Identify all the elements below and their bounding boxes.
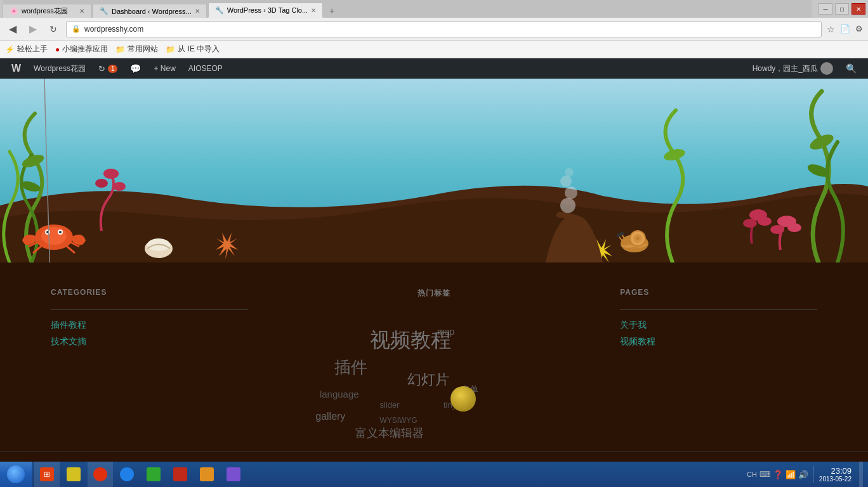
taskbar-item-6[interactable] bbox=[168, 462, 193, 487]
svg-point-34 bbox=[565, 186, 577, 199]
svg-point-39 bbox=[787, 223, 801, 232]
svg-point-15 bbox=[59, 231, 62, 233]
svg-point-35 bbox=[560, 176, 572, 187]
tag-2[interactable]: 插件 bbox=[334, 356, 367, 379]
tab-1[interactable]: 🌸 wordpress花园 ✕ bbox=[3, 4, 91, 18]
tag-6[interactable]: slider bbox=[380, 399, 400, 409]
taskbar-right: CH ⌨ ❓ 📶 🔊 23:09 2013-05-22 bbox=[747, 462, 868, 487]
star-button[interactable]: ☆ bbox=[827, 24, 835, 34]
taskbar-icon-8 bbox=[227, 467, 240, 481]
settings-button[interactable]: ⚙ bbox=[855, 24, 863, 34]
address-text: wordpresshy.com bbox=[84, 25, 143, 34]
bookmark-ie-label: 从 IE 中导入 bbox=[178, 44, 220, 55]
comments-item[interactable]: 💬 bbox=[124, 58, 147, 79]
taskbar-icon-3 bbox=[93, 467, 107, 481]
svg-point-36 bbox=[565, 168, 574, 177]
howdy-item[interactable]: Howdy，园主_西瓜 bbox=[746, 58, 839, 79]
page-link-2[interactable]: 视频教程 bbox=[620, 336, 817, 347]
wp-logo-icon: W bbox=[11, 63, 21, 74]
updates-item[interactable]: ↻ 1 bbox=[92, 58, 124, 79]
page-link-1[interactable]: 关于我 bbox=[620, 320, 817, 331]
tab-3[interactable]: 🔧 WordPress › 3D Tag Clo... ✕ bbox=[208, 3, 323, 18]
footer-area: CATEGORIES 插件教程 技术文摘 热门标签 map视频教程插件langu… bbox=[0, 263, 868, 487]
taskbar-item-8[interactable] bbox=[221, 462, 246, 487]
taskbar-item-2[interactable] bbox=[61, 462, 86, 487]
scene-svg bbox=[0, 79, 868, 263]
wp-logo-item[interactable]: W bbox=[5, 58, 27, 79]
site-name-item[interactable]: Wordpress花园 bbox=[27, 58, 92, 79]
bookmark-easy-icon: ⚡ bbox=[5, 45, 15, 54]
bookmark-easy[interactable]: ⚡ 轻松上手 bbox=[5, 44, 48, 55]
bookmark-ie-icon: 📁 bbox=[166, 45, 175, 54]
clock: 23:09 2013-05-22 bbox=[813, 466, 852, 483]
taskbar-icon-4 bbox=[120, 467, 134, 481]
sys-tray: CH ⌨ ❓ 📶 🔊 bbox=[747, 470, 808, 479]
start-orb bbox=[7, 465, 25, 483]
taskbar-item-7[interactable] bbox=[194, 462, 220, 487]
wp-admin-bar-right: Howdy，园主_西瓜 🔍 bbox=[746, 58, 863, 79]
taskbar-icon-6 bbox=[173, 467, 187, 481]
svg-point-23 bbox=[743, 219, 757, 228]
taskbar-item-3[interactable] bbox=[88, 462, 113, 487]
tag-7[interactable]: gallery bbox=[315, 411, 345, 422]
tab-3-close[interactable]: ✕ bbox=[311, 7, 316, 14]
tab-2[interactable]: 🔧 Dashboard ‹ Wordpress... ✕ bbox=[93, 4, 207, 18]
maximize-button[interactable]: □ bbox=[835, 3, 849, 15]
bookmark-sites-icon: 📁 bbox=[115, 45, 125, 54]
forward-button[interactable]: ▶ bbox=[25, 22, 41, 37]
aioseop-item[interactable]: AIOSEOP bbox=[182, 58, 229, 79]
volume-icon: 🔊 bbox=[798, 470, 808, 479]
svg-point-11 bbox=[41, 227, 67, 245]
site-name-label: Wordpress花园 bbox=[34, 63, 86, 74]
bookmark-ie[interactable]: 📁 从 IE 中导入 bbox=[166, 44, 220, 55]
minimize-button[interactable]: ─ bbox=[819, 3, 832, 15]
tag-10[interactable]: WYSIWYG bbox=[379, 416, 417, 425]
help-icon: ❓ bbox=[773, 470, 783, 479]
yellow-circle bbox=[450, 386, 476, 412]
network-icon: 📶 bbox=[786, 470, 796, 479]
howdy-text: Howdy，园主_西瓜 bbox=[753, 63, 818, 74]
start-button[interactable] bbox=[0, 462, 32, 487]
tag-3[interactable]: language bbox=[320, 389, 359, 399]
svg-point-8 bbox=[95, 179, 108, 188]
bookmarks-bar: ⚡ 轻松上手 ● 小编推荐应用 📁 常用网站 📁 从 IE 中导入 bbox=[0, 41, 868, 58]
bookmark-sites-label: 常用网站 bbox=[128, 44, 158, 55]
wp-admin-bar: W Wordpress花园 ↻ 1 💬 + New AIOSEOP Howdy，… bbox=[0, 58, 868, 79]
tag-9[interactable]: 富义本编辑器 bbox=[355, 425, 424, 441]
new-tab-button[interactable]: + bbox=[324, 4, 339, 18]
bookmark-apps[interactable]: ● 小编推荐应用 bbox=[55, 44, 108, 55]
category-link-1[interactable]: 插件教程 bbox=[51, 320, 248, 331]
taskbar-icon-5 bbox=[147, 467, 161, 481]
svg-point-38 bbox=[770, 225, 784, 234]
refresh-button[interactable]: ↻ bbox=[46, 22, 61, 37]
tag-5[interactable]: 幻灯片 bbox=[407, 370, 449, 389]
taskbar: ⊞ CH ⌨ ❓ 📶 🔊 bbox=[0, 462, 868, 487]
taskbar-item-4[interactable] bbox=[114, 462, 140, 487]
tab-2-close[interactable]: ✕ bbox=[195, 8, 200, 15]
tab-favicon: 🌸 bbox=[10, 7, 18, 15]
taskbar-items: ⊞ bbox=[32, 462, 249, 487]
taskbar-item-1[interactable]: ⊞ bbox=[34, 462, 60, 487]
bookmark-sites[interactable]: 📁 常用网站 bbox=[115, 44, 158, 55]
keyboard-icon: ⌨ bbox=[760, 470, 770, 479]
page-button[interactable]: 📄 bbox=[840, 24, 850, 34]
back-button[interactable]: ◀ bbox=[5, 22, 20, 37]
svg-point-28 bbox=[636, 237, 640, 240]
search-item[interactable]: 🔍 bbox=[839, 58, 863, 79]
tags-heading: 热门标签 bbox=[286, 288, 582, 299]
close-button[interactable]: ✕ bbox=[852, 3, 865, 15]
tab-1-close[interactable]: ✕ bbox=[79, 8, 84, 15]
address-input[interactable]: 🔒 wordpresshy.com bbox=[66, 21, 822, 37]
taskbar-item-5[interactable] bbox=[141, 462, 166, 487]
categories-divider bbox=[51, 309, 248, 310]
taskbar-icon-1: ⊞ bbox=[40, 467, 54, 481]
show-desktop-button[interactable] bbox=[859, 462, 863, 487]
taskbar-icon-2 bbox=[67, 467, 81, 481]
taskbar-icon-7 bbox=[200, 467, 214, 481]
tag-1[interactable]: 视频教程 bbox=[370, 327, 451, 354]
new-content-item[interactable]: + New bbox=[147, 58, 181, 79]
lock-icon: 🔒 bbox=[72, 25, 81, 33]
bookmark-apps-label: 小编推荐应用 bbox=[62, 44, 108, 55]
aioseop-label: AIOSEOP bbox=[188, 64, 223, 73]
category-link-2[interactable]: 技术文摘 bbox=[51, 336, 248, 347]
